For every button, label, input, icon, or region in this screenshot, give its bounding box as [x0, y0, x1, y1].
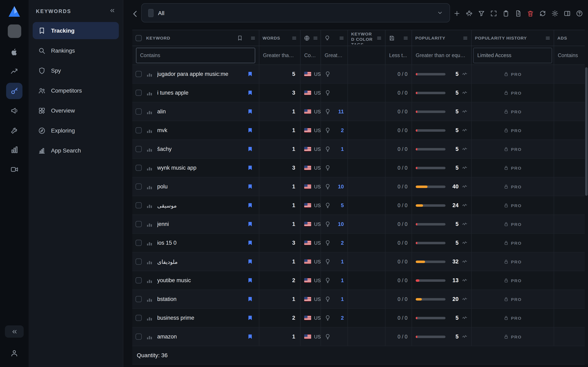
- select-all-checkbox[interactable]: [136, 35, 142, 41]
- table-row[interactable]: amazon 1 US 0 / 0 5: [132, 327, 585, 346]
- sparkline-icon[interactable]: [462, 315, 467, 321]
- sidebar-item-spy[interactable]: Spy: [33, 62, 119, 79]
- table-row[interactable]: wynk music app 3 US 0 / 0 5: [132, 159, 585, 177]
- row-checkbox[interactable]: [136, 127, 142, 133]
- panel-toggle-icon[interactable]: [562, 8, 572, 19]
- table-row[interactable]: ملوديفاى 1 US 1 0 / 0 32: [132, 252, 585, 271]
- table-row[interactable]: business prime 2 US 2 0 / 0 5: [132, 309, 585, 327]
- back-arrow-icon[interactable]: [131, 9, 140, 18]
- apple-store-icon[interactable]: [6, 44, 22, 60]
- color-tags-cell[interactable]: [348, 83, 385, 102]
- group-icon[interactable]: [464, 8, 475, 19]
- country-column-header[interactable]: [301, 30, 321, 46]
- color-tags-cell[interactable]: [348, 271, 385, 290]
- table-row[interactable]: bstation 1 US 1 0 / 0 20: [132, 290, 585, 309]
- bulb-icon[interactable]: [325, 165, 331, 171]
- keyword-chart-icon[interactable]: [146, 315, 153, 321]
- column-menu-icon[interactable]: [313, 35, 318, 41]
- pro-badge[interactable]: PRO: [504, 71, 522, 77]
- sidebar-item-exploring[interactable]: Exploring: [33, 122, 119, 139]
- bulb-icon[interactable]: [325, 90, 331, 96]
- color-tags-column-header[interactable]: KEYWORD COLOR TAGS: [348, 30, 385, 46]
- pro-badge[interactable]: PRO: [504, 184, 522, 189]
- sparkline-icon[interactable]: [462, 334, 467, 340]
- popularity-history-column-header[interactable]: POPULARITY HISTORY: [472, 30, 554, 46]
- bulb-icon[interactable]: [325, 259, 331, 265]
- sparkline-icon[interactable]: [462, 146, 467, 152]
- keyword-chart-icon[interactable]: [146, 221, 153, 227]
- color-tags-cell[interactable]: [348, 65, 385, 83]
- bulb-icon[interactable]: [325, 202, 331, 208]
- sparkline-icon[interactable]: [462, 165, 467, 171]
- color-tags-cell[interactable]: [348, 159, 385, 177]
- table-row[interactable]: jugador para apple music:me 5 US 0 / 0 5: [132, 65, 585, 83]
- account-person-icon[interactable]: [6, 345, 22, 361]
- suggestions-filter[interactable]: Greate...: [325, 52, 344, 58]
- row-checkbox[interactable]: [136, 146, 142, 152]
- bulb-icon[interactable]: [325, 296, 331, 302]
- pro-badge[interactable]: PRO: [504, 221, 522, 227]
- reports-bars-icon[interactable]: [6, 142, 22, 158]
- color-tags-cell[interactable]: [348, 102, 385, 121]
- keyword-chart-icon[interactable]: [146, 146, 153, 152]
- rail-collapse-button[interactable]: [5, 325, 24, 338]
- color-tags-cell[interactable]: [348, 309, 385, 327]
- keyword-chart-icon[interactable]: [146, 165, 153, 171]
- help-icon[interactable]: [574, 8, 585, 19]
- pro-badge[interactable]: PRO: [504, 109, 522, 114]
- delete-trash-icon[interactable]: [525, 8, 536, 19]
- pro-badge[interactable]: PRO: [504, 334, 522, 339]
- bookmark-icon[interactable]: [247, 165, 253, 171]
- bookmark-icon[interactable]: [247, 71, 253, 77]
- keyword-chart-icon[interactable]: [146, 258, 153, 265]
- country-filter[interactable]: Con...: [304, 52, 317, 58]
- row-checkbox[interactable]: [136, 221, 142, 227]
- trends-chart-icon[interactable]: [6, 63, 22, 80]
- row-checkbox[interactable]: [136, 334, 142, 340]
- row-checkbox[interactable]: [136, 259, 142, 265]
- pro-badge[interactable]: PRO: [504, 315, 522, 320]
- keywords-key-icon[interactable]: [6, 83, 22, 99]
- color-tags-cell[interactable]: [348, 290, 385, 308]
- popularity-history-filter[interactable]: Limited Access: [473, 48, 552, 63]
- pro-badge[interactable]: PRO: [504, 128, 522, 133]
- sidebar-item-competitors[interactable]: Competitors: [33, 82, 119, 99]
- table-row[interactable]: šachy 1 US 1 0 / 0 5: [132, 140, 585, 159]
- table-row[interactable]: موسيقى 1 US 5 0 / 0 24: [132, 196, 585, 215]
- bulb-icon[interactable]: [325, 277, 331, 284]
- vertical-scrollbar[interactable]: [585, 30, 588, 364]
- color-tags-cell[interactable]: [348, 252, 385, 271]
- table-row[interactable]: jenni 1 US 10 0 / 0 5: [132, 215, 585, 234]
- refresh-icon[interactable]: [537, 8, 548, 19]
- pro-badge[interactable]: PRO: [504, 165, 522, 170]
- color-tags-cell[interactable]: [348, 196, 385, 215]
- row-checkbox[interactable]: [136, 202, 142, 208]
- bookmark-icon[interactable]: [247, 296, 253, 302]
- pro-badge[interactable]: PRO: [504, 146, 522, 152]
- bulb-icon[interactable]: [325, 71, 331, 77]
- sparkline-icon[interactable]: [462, 127, 467, 133]
- sidebar-collapse-icon[interactable]: [109, 7, 116, 16]
- row-checkbox[interactable]: [136, 90, 142, 96]
- megaphone-icon[interactable]: [6, 102, 22, 119]
- popularity-filter[interactable]: Greater than or equal to: [416, 52, 467, 58]
- add-keyword-button[interactable]: [452, 8, 462, 19]
- table-row[interactable]: alin 1 US 11 0 / 0 5: [132, 102, 585, 121]
- bookmark-icon[interactable]: [247, 277, 253, 284]
- sparkline-icon[interactable]: [462, 277, 467, 283]
- bookmark-icon[interactable]: [247, 146, 253, 152]
- keyword-chart-icon[interactable]: [146, 333, 153, 340]
- suggestions-column-header[interactable]: [321, 30, 348, 46]
- row-checkbox[interactable]: [136, 315, 142, 321]
- bookmark-filter-icon[interactable]: [237, 35, 243, 41]
- media-video-icon[interactable]: [6, 161, 22, 177]
- sparkline-icon[interactable]: [462, 71, 467, 77]
- sparkline-icon[interactable]: [462, 184, 467, 189]
- table-row[interactable]: youtibe music 2 US 1 0 / 0 13: [132, 271, 585, 290]
- sidebar-item-app-search[interactable]: App Search: [33, 142, 119, 159]
- keyword-chart-icon[interactable]: [146, 183, 153, 190]
- table-row[interactable]: i tunes apple 3 US 0 / 0 5: [132, 83, 585, 102]
- sidebar-item-overview[interactable]: Overview: [33, 102, 119, 119]
- bulb-icon[interactable]: [325, 315, 331, 321]
- bookmark-icon[interactable]: [247, 259, 253, 265]
